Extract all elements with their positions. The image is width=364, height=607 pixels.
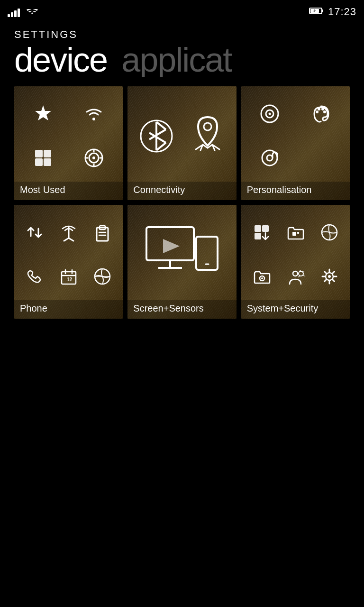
svg-point-59	[261, 277, 263, 279]
empty-icon	[297, 138, 345, 179]
svg-point-22	[204, 123, 211, 130]
svg-text:12: 12	[67, 277, 73, 282]
svg-rect-52	[255, 225, 261, 232]
star-apps-icon	[19, 93, 67, 135]
svg-point-27	[318, 108, 320, 110]
clock: 17:23	[328, 6, 356, 18]
svg-rect-5	[35, 150, 43, 157]
app-install-icon	[246, 212, 277, 253]
at-sign-icon	[246, 138, 294, 179]
svg-line-70	[333, 272, 335, 274]
tile-personalisation[interactable]: Personalisation	[241, 86, 350, 200]
folder-apps-icon	[280, 212, 311, 253]
tile-system-security[interactable]: System+Security	[241, 205, 350, 319]
connectivity-label: Connectivity	[127, 182, 236, 200]
svg-line-69	[333, 280, 335, 282]
folder-settings-icon	[246, 256, 277, 298]
settings-label: SETTINGS	[14, 28, 350, 41]
gear-wrench-icon	[314, 256, 345, 298]
personalisation-label: Personalisation	[241, 182, 350, 200]
svg-rect-7	[35, 158, 43, 166]
data-transfer-icon	[19, 212, 50, 253]
phone-call-icon	[19, 256, 50, 298]
tile-screen-sensors[interactable]: Screen+Sensors	[127, 205, 236, 319]
svg-rect-53	[262, 225, 269, 232]
svg-line-68	[325, 272, 327, 274]
location-arrows-icon	[191, 112, 224, 160]
screen-sensors-label: Screen+Sensors	[127, 300, 236, 319]
svg-line-71	[325, 280, 327, 282]
svg-point-28	[321, 108, 324, 110]
phone-label: Phone	[14, 300, 123, 319]
signal-bar-1	[8, 14, 10, 17]
svg-point-26	[316, 110, 318, 113]
nav-tabs[interactable]: device applicat	[14, 43, 350, 77]
status-bar: 17:23	[0, 0, 364, 24]
clipboard-icon	[87, 212, 118, 253]
status-left	[8, 6, 39, 18]
svg-line-34	[69, 238, 73, 241]
tile-phone[interactable]: 12 Phone	[14, 205, 123, 319]
tile-connectivity[interactable]: Connectivity	[127, 86, 236, 200]
svg-point-4	[92, 118, 95, 120]
tab-device[interactable]: device	[14, 43, 107, 77]
calendar-icon: 12	[53, 256, 84, 298]
svg-rect-1	[322, 9, 323, 12]
signal-bar-4	[18, 9, 20, 17]
svg-rect-6	[44, 150, 51, 157]
svg-point-60	[293, 271, 298, 276]
tab-applications[interactable]: applicat	[121, 43, 231, 77]
world-map-icon	[87, 256, 118, 298]
svg-line-33	[64, 238, 69, 241]
tile-most-used[interactable]: Most Used	[14, 86, 123, 200]
most-used-label: Most Used	[14, 182, 123, 200]
globe-icon	[314, 212, 345, 253]
signal-bar-3	[14, 10, 17, 17]
svg-point-31	[267, 155, 273, 161]
svg-rect-56	[297, 232, 299, 234]
system-security-label: System+Security	[241, 300, 350, 319]
signal-bars-icon	[8, 7, 20, 17]
music-circle-icon	[246, 93, 294, 135]
screen-devices-icon	[142, 222, 222, 286]
header: SETTINGS device applicat	[0, 24, 364, 77]
gear-user-icon	[280, 256, 311, 298]
signal-bar-2	[11, 12, 13, 17]
tiles-grid: Most Used	[0, 77, 364, 328]
svg-point-29	[323, 110, 326, 113]
svg-point-11	[92, 156, 95, 159]
status-right: 17:23	[309, 6, 356, 18]
svg-marker-51	[163, 239, 180, 253]
music-note-small-icon	[70, 138, 118, 179]
svg-rect-54	[255, 233, 261, 239]
palette-icon	[297, 93, 345, 135]
apps-grid-icon	[19, 138, 67, 179]
wifi-small-icon	[70, 93, 118, 135]
svg-rect-8	[44, 158, 51, 166]
svg-point-63	[328, 275, 331, 278]
antenna-icon	[53, 212, 84, 253]
wifi-icon	[26, 6, 39, 18]
bluetooth-icon	[140, 112, 173, 160]
battery-icon	[309, 7, 324, 18]
svg-rect-55	[292, 232, 296, 236]
svg-point-25	[269, 112, 271, 115]
